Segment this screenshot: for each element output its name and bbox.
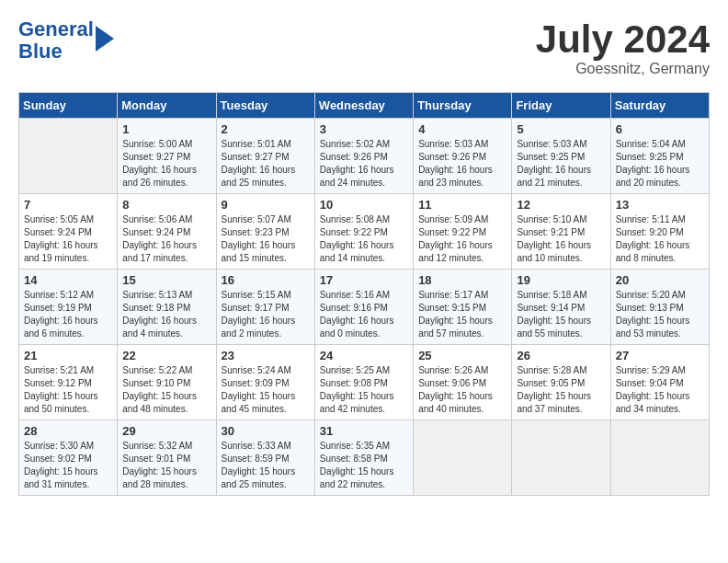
day-number: 23: [222, 349, 310, 362]
calendar-header: Sunday Monday Tuesday Wednesday Thursday…: [19, 93, 710, 119]
day-info: Sunrise: 5:33 AMSunset: 8:59 PMDaylight:…: [222, 440, 310, 491]
calendar-cell: [19, 119, 118, 194]
day-number: 9: [222, 198, 310, 212]
col-sunday: Sunday: [19, 93, 118, 119]
day-info: Sunrise: 5:00 AMSunset: 9:27 PMDaylight:…: [122, 138, 210, 190]
calendar-cell: 4Sunrise: 5:03 AMSunset: 9:26 PMDaylight…: [414, 119, 512, 194]
day-info: Sunrise: 5:03 AMSunset: 9:26 PMDaylight:…: [418, 138, 506, 190]
day-info: Sunrise: 5:12 AMSunset: 9:19 PMDaylight:…: [24, 289, 112, 340]
day-info: Sunrise: 5:32 AMSunset: 9:01 PMDaylight:…: [122, 440, 210, 491]
day-number: 4: [418, 122, 506, 136]
logo-arrow-icon: [96, 26, 114, 52]
day-number: 31: [320, 424, 408, 438]
day-info: Sunrise: 5:18 AMSunset: 9:14 PMDaylight:…: [517, 289, 605, 340]
calendar-cell: 28Sunrise: 5:30 AMSunset: 9:02 PMDayligh…: [19, 420, 118, 496]
col-saturday: Saturday: [610, 93, 709, 119]
calendar-week-row: 28Sunrise: 5:30 AMSunset: 9:02 PMDayligh…: [19, 420, 710, 496]
calendar-cell: 15Sunrise: 5:13 AMSunset: 9:18 PMDayligh…: [118, 270, 216, 345]
day-number: 26: [517, 349, 605, 362]
day-info: Sunrise: 5:29 AMSunset: 9:04 PMDaylight:…: [616, 364, 704, 416]
logo: General Blue: [18, 18, 114, 63]
logo-general: General: [18, 17, 94, 40]
day-info: Sunrise: 5:05 AMSunset: 9:24 PMDaylight:…: [24, 213, 112, 265]
calendar-cell: 7Sunrise: 5:05 AMSunset: 9:24 PMDaylight…: [19, 194, 118, 270]
calendar-cell: [512, 420, 610, 496]
col-thursday: Thursday: [414, 93, 512, 119]
day-number: 24: [320, 349, 408, 362]
calendar-cell: 3Sunrise: 5:02 AMSunset: 9:26 PMDaylight…: [314, 119, 413, 194]
day-info: Sunrise: 5:08 AMSunset: 9:22 PMDaylight:…: [320, 213, 408, 265]
calendar-cell: 19Sunrise: 5:18 AMSunset: 9:14 PMDayligh…: [512, 270, 610, 345]
col-monday: Monday: [118, 93, 216, 119]
day-number: 6: [616, 122, 704, 136]
day-number: 13: [616, 198, 704, 212]
calendar-cell: [414, 420, 512, 496]
day-info: Sunrise: 5:16 AMSunset: 9:16 PMDaylight:…: [320, 289, 408, 340]
day-number: 8: [122, 198, 210, 212]
calendar-cell: 12Sunrise: 5:10 AMSunset: 9:21 PMDayligh…: [512, 194, 610, 270]
calendar-cell: 16Sunrise: 5:15 AMSunset: 9:17 PMDayligh…: [216, 270, 314, 345]
calendar-cell: 30Sunrise: 5:33 AMSunset: 8:59 PMDayligh…: [216, 420, 314, 496]
day-info: Sunrise: 5:04 AMSunset: 9:25 PMDaylight:…: [616, 138, 704, 190]
calendar-cell: 2Sunrise: 5:01 AMSunset: 9:27 PMDaylight…: [216, 119, 314, 194]
calendar-week-row: 1Sunrise: 5:00 AMSunset: 9:27 PMDaylight…: [19, 119, 710, 194]
day-number: 7: [24, 198, 112, 212]
day-info: Sunrise: 5:06 AMSunset: 9:24 PMDaylight:…: [122, 213, 210, 265]
day-info: Sunrise: 5:30 AMSunset: 9:02 PMDaylight:…: [24, 440, 112, 491]
day-number: 17: [320, 273, 408, 287]
col-tuesday: Tuesday: [216, 93, 314, 119]
day-info: Sunrise: 5:26 AMSunset: 9:06 PMDaylight:…: [418, 364, 506, 416]
calendar-cell: 11Sunrise: 5:09 AMSunset: 9:22 PMDayligh…: [414, 194, 512, 270]
day-info: Sunrise: 5:21 AMSunset: 9:12 PMDaylight:…: [24, 364, 112, 416]
day-info: Sunrise: 5:35 AMSunset: 8:58 PMDaylight:…: [320, 440, 408, 491]
day-number: 14: [24, 273, 112, 287]
calendar-table: Sunday Monday Tuesday Wednesday Thursday…: [18, 92, 710, 496]
calendar-cell: 14Sunrise: 5:12 AMSunset: 9:19 PMDayligh…: [19, 270, 118, 345]
calendar-cell: 29Sunrise: 5:32 AMSunset: 9:01 PMDayligh…: [118, 420, 216, 496]
logo-blue: Blue: [18, 40, 63, 63]
day-number: 21: [24, 349, 112, 362]
calendar-cell: 27Sunrise: 5:29 AMSunset: 9:04 PMDayligh…: [610, 345, 709, 420]
day-number: 16: [222, 273, 310, 287]
day-info: Sunrise: 5:15 AMSunset: 9:17 PMDaylight:…: [222, 289, 310, 340]
calendar-body: 1Sunrise: 5:00 AMSunset: 9:27 PMDaylight…: [19, 119, 710, 496]
day-info: Sunrise: 5:17 AMSunset: 9:15 PMDaylight:…: [418, 289, 506, 340]
calendar-cell: 5Sunrise: 5:03 AMSunset: 9:25 PMDaylight…: [512, 119, 610, 194]
day-info: Sunrise: 5:03 AMSunset: 9:25 PMDaylight:…: [517, 138, 605, 190]
day-number: 29: [122, 424, 210, 438]
day-number: 5: [517, 122, 605, 136]
calendar-cell: 23Sunrise: 5:24 AMSunset: 9:09 PMDayligh…: [216, 345, 314, 420]
day-info: Sunrise: 5:20 AMSunset: 9:13 PMDaylight:…: [616, 289, 704, 340]
col-friday: Friday: [512, 93, 610, 119]
day-number: 2: [222, 122, 310, 136]
day-number: 25: [418, 349, 506, 362]
location-title: Goessnitz, Germany: [536, 61, 710, 77]
day-info: Sunrise: 5:28 AMSunset: 9:05 PMDaylight:…: [517, 364, 605, 416]
col-wednesday: Wednesday: [314, 93, 413, 119]
title-block: July 2024 Goessnitz, Germany: [536, 18, 710, 77]
day-info: Sunrise: 5:10 AMSunset: 9:21 PMDaylight:…: [517, 213, 605, 265]
calendar-cell: 21Sunrise: 5:21 AMSunset: 9:12 PMDayligh…: [19, 345, 118, 420]
day-info: Sunrise: 5:09 AMSunset: 9:22 PMDaylight:…: [418, 213, 506, 265]
day-number: 30: [222, 424, 310, 438]
day-number: 22: [122, 349, 210, 362]
day-number: 19: [517, 273, 605, 287]
calendar-cell: 20Sunrise: 5:20 AMSunset: 9:13 PMDayligh…: [610, 270, 709, 345]
day-number: 11: [418, 198, 506, 212]
calendar-cell: 17Sunrise: 5:16 AMSunset: 9:16 PMDayligh…: [314, 270, 413, 345]
day-info: Sunrise: 5:22 AMSunset: 9:10 PMDaylight:…: [122, 364, 210, 416]
day-number: 10: [320, 198, 408, 212]
calendar-cell: 10Sunrise: 5:08 AMSunset: 9:22 PMDayligh…: [314, 194, 413, 270]
day-info: Sunrise: 5:13 AMSunset: 9:18 PMDaylight:…: [122, 289, 210, 340]
calendar-cell: 24Sunrise: 5:25 AMSunset: 9:08 PMDayligh…: [314, 345, 413, 420]
calendar-cell: 31Sunrise: 5:35 AMSunset: 8:58 PMDayligh…: [314, 420, 413, 496]
calendar-cell: 22Sunrise: 5:22 AMSunset: 9:10 PMDayligh…: [118, 345, 216, 420]
calendar-cell: 18Sunrise: 5:17 AMSunset: 9:15 PMDayligh…: [414, 270, 512, 345]
calendar-cell: 8Sunrise: 5:06 AMSunset: 9:24 PMDaylight…: [118, 194, 216, 270]
calendar-week-row: 7Sunrise: 5:05 AMSunset: 9:24 PMDaylight…: [19, 194, 710, 270]
calendar-cell: 9Sunrise: 5:07 AMSunset: 9:23 PMDaylight…: [216, 194, 314, 270]
page-header: General Blue July 2024 Goessnitz, German…: [18, 18, 710, 77]
day-number: 1: [122, 122, 210, 136]
calendar-cell: [610, 420, 709, 496]
day-info: Sunrise: 5:01 AMSunset: 9:27 PMDaylight:…: [222, 138, 310, 190]
